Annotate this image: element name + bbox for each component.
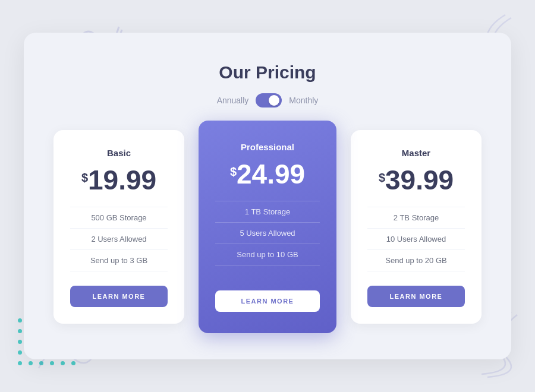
price-currency-basic: $ — [81, 171, 88, 185]
learn-more-button-professional[interactable]: LEARN MORE — [215, 290, 320, 312]
learn-more-button-master[interactable]: LEARN MORE — [367, 286, 465, 307]
feature-item-professional-0: 1 TB Storage — [215, 201, 320, 222]
price-row-master: $ 39.99 — [379, 166, 454, 194]
annually-label: Annually — [217, 96, 249, 105]
features-list-master: 2 TB Storage10 Users AllowedSend up to 2… — [367, 207, 465, 271]
features-list-professional: 1 TB Storage5 Users AllowedSend up to 10… — [215, 201, 320, 276]
feature-item-master-2: Send up to 20 GB — [367, 249, 465, 271]
pricing-card-professional: Professional $ 24.99 1 TB Storage5 Users… — [199, 121, 336, 333]
price-currency-master: $ — [379, 171, 385, 185]
plan-name-master: Master — [402, 148, 430, 158]
pricing-card-container: Our Pricing Annually Monthly Basic $ 19.… — [24, 33, 511, 359]
billing-toggle-section: Annually Monthly — [54, 93, 482, 108]
page-title: Our Pricing — [54, 62, 482, 83]
plan-name-basic: Basic — [107, 148, 131, 158]
billing-toggle[interactable] — [256, 93, 282, 108]
price-row-professional: $ 24.99 — [230, 160, 305, 188]
feature-item-master-1: 10 Users Allowed — [367, 228, 465, 249]
feature-item-basic-0: 500 GB Storage — [70, 207, 168, 228]
price-amount-professional: 24.99 — [237, 160, 305, 188]
monthly-label: Monthly — [289, 96, 318, 105]
toggle-thumb — [269, 95, 279, 106]
pricing-cards-list: Basic $ 19.99 500 GB Storage2 Users Allo… — [54, 130, 482, 324]
feature-item-professional-2: Send up to 10 GB — [215, 244, 320, 265]
price-amount-basic: 19.99 — [88, 166, 156, 194]
feature-item-master-0: 2 TB Storage — [367, 207, 465, 228]
plan-name-professional: Professional — [241, 142, 294, 152]
feature-item-basic-1: 2 Users Allowed — [70, 228, 168, 249]
price-amount-master: 39.99 — [385, 166, 454, 194]
pricing-card-master: Master $ 39.99 2 TB Storage10 Users Allo… — [351, 130, 482, 324]
feature-item-professional-1: 5 Users Allowed — [215, 222, 320, 244]
price-currency-professional: $ — [230, 165, 237, 179]
learn-more-button-basic[interactable]: LEARN MORE — [70, 286, 168, 307]
feature-item-basic-2: Send up to 3 GB — [70, 249, 168, 271]
features-list-basic: 500 GB Storage2 Users AllowedSend up to … — [70, 207, 168, 271]
pricing-card-basic: Basic $ 19.99 500 GB Storage2 Users Allo… — [54, 130, 184, 324]
price-row-basic: $ 19.99 — [81, 166, 156, 194]
